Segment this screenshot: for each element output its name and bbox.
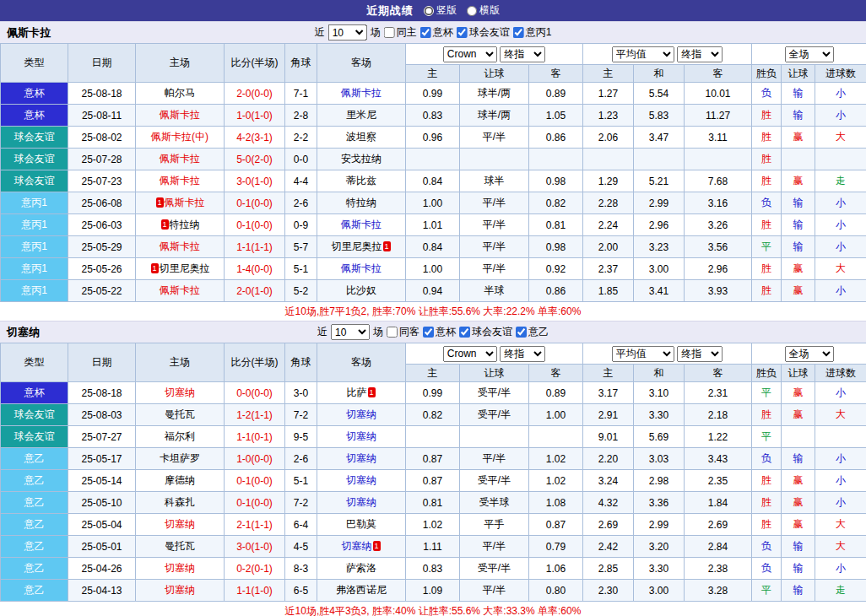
away-team-cell[interactable]: 波坦察 [317,127,406,149]
bookmaker-select[interactable]: Crown [443,346,497,362]
home-team-name[interactable]: 佩斯卡拉 [160,175,200,186]
home-team-cell[interactable]: 科森扎 [136,492,225,514]
away-team-cell[interactable]: 比沙奴 [317,280,406,302]
horizontal-radio[interactable] [467,6,477,16]
home-team-cell[interactable]: 曼托瓦 [136,536,225,558]
score-cell[interactable]: 0-1(0-0) [225,470,285,492]
home-team-cell[interactable]: 佩斯卡拉 [136,170,225,192]
same-venue-filter[interactable]: 同客 [387,325,419,339]
away-team-name[interactable]: 切塞纳 [346,474,376,486]
score-cell[interactable]: 0-2(0-1) [225,558,285,580]
home-team-cell[interactable]: 佩斯卡拉 [136,280,225,302]
away-team-cell[interactable]: 比萨1 [317,382,406,404]
score-cell[interactable]: 1-1(1-0) [225,580,285,602]
away-team-cell[interactable]: 切塞纳 [317,470,406,492]
score-cell[interactable]: 2-0(1-0) [225,280,285,302]
away-team-name[interactable]: 安戈拉纳 [341,153,382,165]
away-team-name[interactable]: 波坦察 [346,131,376,143]
home-team-name[interactable]: 科森扎 [165,496,195,508]
average-select[interactable]: 平均值 [612,346,674,362]
score-cell[interactable]: 0-1(0-0) [225,192,285,214]
score-cell[interactable]: 0-1(0-0) [225,492,285,514]
score-cell[interactable]: 1-4(0-0) [225,258,285,280]
comp-filter-league[interactable]: 意丙1 [513,25,552,40]
home-team-cell[interactable]: 1切里尼奥拉 [136,258,225,280]
home-team-name[interactable]: 福尔利 [165,430,195,442]
home-team-cell[interactable]: 切塞纳 [136,580,225,602]
home-team-name[interactable]: 曼托瓦 [165,408,195,420]
layout-option-horizontal[interactable]: 横版 [467,3,500,18]
home-team-name[interactable]: 帕尔马 [165,87,195,99]
home-team-cell[interactable]: 切塞纳 [136,382,225,404]
home-team-name[interactable]: 特拉纳 [170,219,200,230]
home-team-cell[interactable]: 1佩斯卡拉 [136,192,225,214]
score-cell[interactable]: 2-0(0-0) [225,83,285,105]
away-team-name[interactable]: 切塞纳 [346,496,376,508]
home-team-cell[interactable]: 佩斯卡拉 [136,236,225,258]
away-team-cell[interactable]: 佩斯卡拉 [317,83,406,105]
same-venue-filter[interactable]: 同主 [384,25,417,40]
score-cell[interactable]: 0-1(0-0) [225,214,285,236]
home-team-cell[interactable]: 切塞纳 [136,558,225,580]
avg-mode-select[interactable]: 终指 [677,346,723,362]
score-cell[interactable]: 1-1(1-1) [225,236,285,258]
score-cell[interactable]: 3-0(1-0) [225,536,285,558]
match-count-select[interactable]: 10 [328,24,367,41]
scope-select[interactable]: 全场 [785,346,834,362]
home-team-name[interactable]: 曼托瓦 [165,540,195,552]
away-team-name[interactable]: 萨索洛 [346,562,376,574]
comp-filter-cup[interactable]: 意杯 [423,325,456,339]
home-team-cell[interactable]: 1特拉纳 [136,214,225,236]
home-team-name[interactable]: 切塞纳 [165,518,195,530]
scope-select[interactable]: 全场 [785,46,834,62]
away-team-name[interactable]: 切塞纳 [346,408,376,420]
away-team-name[interactable]: 巴勒莫 [346,518,376,530]
home-team-name[interactable]: 卡坦萨罗 [160,452,200,464]
same-venue-checkbox[interactable] [384,27,395,38]
home-team-cell[interactable]: 切塞纳 [136,514,225,536]
home-team-name[interactable]: 佩斯卡拉 [160,284,200,296]
home-team-name[interactable]: 佩斯卡拉 [160,240,200,252]
away-team-cell[interactable]: 里米尼 [317,105,406,127]
away-team-cell[interactable]: 切塞纳 [317,448,406,470]
home-team-cell[interactable]: 佩斯卡拉(中) [136,127,225,149]
same-venue-checkbox[interactable] [387,327,398,338]
home-team-name[interactable]: 切塞纳 [165,386,195,398]
away-team-cell[interactable]: 切塞纳 [317,426,406,448]
score-cell[interactable]: 1-0(1-0) [225,105,285,127]
score-cell[interactable]: 0-0(0-0) [225,382,285,404]
away-team-cell[interactable]: 弗洛西诺尼 [317,580,406,602]
away-team-cell[interactable]: 佩斯卡拉 [317,214,406,236]
comp-filter-friendly[interactable]: 球会友谊 [459,325,512,339]
comp-checkbox[interactable] [516,327,527,338]
away-team-name[interactable]: 弗洛西诺尼 [336,584,387,596]
home-team-cell[interactable]: 福尔利 [136,426,225,448]
comp-filter-friendly[interactable]: 球会友谊 [457,25,510,40]
comp-checkbox[interactable] [420,27,431,38]
away-team-name[interactable]: 切塞纳 [346,430,376,442]
away-team-cell[interactable]: 巴勒莫 [317,514,406,536]
avg-mode-select[interactable]: 终指 [677,46,723,62]
home-team-name[interactable]: 切塞纳 [165,562,195,574]
score-cell[interactable]: 5-0(2-0) [225,149,285,170]
home-team-cell[interactable]: 曼托瓦 [136,404,225,426]
away-team-name[interactable]: 里米尼 [346,109,376,121]
home-team-cell[interactable]: 佩斯卡拉 [136,149,225,170]
away-team-cell[interactable]: 安戈拉纳 [317,149,406,170]
comp-checkbox[interactable] [423,327,434,338]
away-team-name[interactable]: 蒂比兹 [346,175,376,186]
home-team-name[interactable]: 摩德纳 [165,474,195,486]
score-cell[interactable]: 1-2(1-1) [225,404,285,426]
away-team-cell[interactable]: 切塞纳1 [317,536,406,558]
home-team-cell[interactable]: 摩德纳 [136,470,225,492]
score-cell[interactable]: 2-1(1-1) [225,514,285,536]
away-team-name[interactable]: 比沙奴 [346,284,376,296]
home-team-cell[interactable]: 帕尔马 [136,83,225,105]
away-team-name[interactable]: 切塞纳 [346,452,376,464]
average-select[interactable]: 平均值 [612,46,674,62]
score-cell[interactable]: 4-2(3-1) [225,127,285,149]
away-team-name[interactable]: 切塞纳 [342,540,372,552]
away-team-name[interactable]: 比萨 [347,386,367,398]
away-team-name[interactable]: 佩斯卡拉 [341,262,382,274]
comp-checkbox[interactable] [457,27,468,38]
